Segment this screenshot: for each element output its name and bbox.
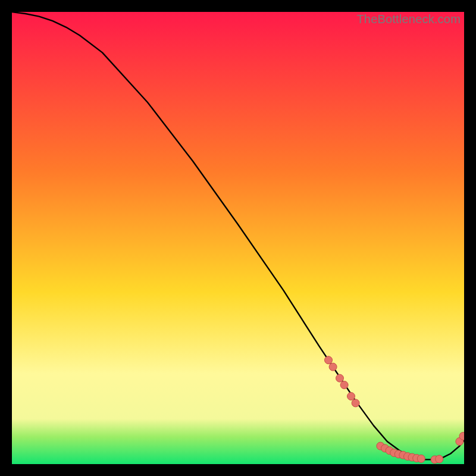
data-marker bbox=[352, 399, 359, 407]
data-marker bbox=[336, 374, 344, 382]
data-marker bbox=[459, 432, 464, 440]
data-marker bbox=[347, 393, 355, 400]
data-marker bbox=[417, 455, 425, 462]
data-marker bbox=[325, 356, 333, 364]
data-marker bbox=[436, 455, 443, 463]
data-marker bbox=[340, 381, 348, 389]
chart-frame: TheBottleneck.com bbox=[12, 12, 464, 464]
gradient-background bbox=[12, 12, 464, 464]
chart-svg bbox=[12, 12, 464, 464]
data-marker bbox=[329, 363, 337, 371]
watermark-label: TheBottleneck.com bbox=[356, 12, 461, 26]
